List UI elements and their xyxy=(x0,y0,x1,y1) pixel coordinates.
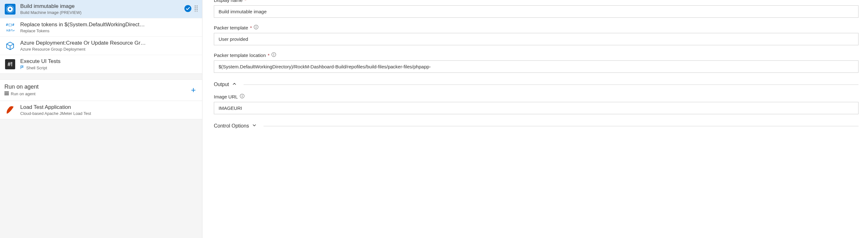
required-indicator: * xyxy=(268,53,270,58)
task-title: Execute UI Tests xyxy=(20,58,198,65)
required-indicator: * xyxy=(250,25,252,30)
field-label-row: Image URL xyxy=(214,94,859,99)
packer-template-input[interactable] xyxy=(214,33,859,45)
svg-point-3 xyxy=(9,8,11,10)
task-text: Replace tokens in $(System.DefaultWorkin… xyxy=(20,22,198,33)
field-packer-template: Packer template * xyxy=(214,25,859,45)
task-subtitle: Cloud-based Apache JMeter Load Test xyxy=(20,111,198,116)
drag-handle-icon[interactable] xyxy=(194,5,198,13)
task-subtitle: Shell Script xyxy=(20,65,198,70)
chevron-up-icon xyxy=(232,82,237,87)
server-icon xyxy=(4,91,9,96)
section-output[interactable]: Output xyxy=(214,82,859,87)
section-title: Control Options xyxy=(214,123,249,129)
task-text: Execute UI Tests Shell Script xyxy=(20,58,198,70)
svg-text:#!: #! xyxy=(8,61,13,67)
svg-rect-18 xyxy=(4,93,9,94)
task-item-build-image[interactable]: Build immutable image Build Machine Imag… xyxy=(0,0,202,18)
add-task-button[interactable]: + xyxy=(189,85,198,95)
section-title: Output xyxy=(214,82,229,87)
task-right xyxy=(184,5,198,13)
cube-icon xyxy=(4,40,16,52)
svg-point-8 xyxy=(197,8,198,8)
svg-rect-17 xyxy=(4,91,9,92)
task-item-replace-tokens[interactable]: #{}#var↵ Replace tokens in $(System.Defa… xyxy=(0,18,202,37)
svg-rect-28 xyxy=(242,96,242,97)
flag-icon xyxy=(20,65,24,70)
packer-icon xyxy=(4,3,16,15)
task-subtitle: Replace Tokens xyxy=(20,28,198,33)
task-title: Load Test Application xyxy=(20,104,198,111)
task-title: Build immutable image xyxy=(20,3,180,9)
task-item-azure-deployment[interactable]: Azure Deployment:Create Or Update Resour… xyxy=(0,37,202,55)
field-packer-template-location: Packer template location * xyxy=(214,52,859,73)
svg-point-21 xyxy=(256,26,256,27)
svg-point-6 xyxy=(197,6,198,7)
section-divider xyxy=(244,85,859,85)
field-label-row: Packer template * xyxy=(214,25,859,30)
agent-header: Run on agent Run on agent + xyxy=(4,84,198,96)
svg-point-9 xyxy=(195,9,196,10)
field-label-row: Packer template location * xyxy=(214,52,859,58)
task-title: Azure Deployment:Create Or Update Resour… xyxy=(20,40,198,46)
field-label: Packer template location xyxy=(214,53,266,58)
task-item-load-test[interactable]: Load Test Application Cloud-based Apache… xyxy=(0,101,202,119)
svg-point-11 xyxy=(195,11,196,12)
svg-point-12 xyxy=(197,11,198,12)
task-title: Replace tokens in $(System.DefaultWorkin… xyxy=(20,22,198,28)
info-icon[interactable] xyxy=(240,94,245,99)
agent-title: Run on agent xyxy=(4,84,39,90)
svg-point-10 xyxy=(197,9,198,10)
jmeter-icon xyxy=(4,105,16,116)
agent-subtitle: Run on agent xyxy=(4,91,39,96)
svg-point-27 xyxy=(242,95,242,96)
task-subtitle-text: Shell Script xyxy=(26,65,47,70)
image-url-input[interactable] xyxy=(214,102,859,114)
field-image-url: Image URL xyxy=(214,94,859,114)
packer-template-location-input[interactable] xyxy=(214,60,859,73)
svg-point-7 xyxy=(195,8,196,8)
right-panel: Display name * Packer template * Packer … xyxy=(203,0,868,238)
task-list: Build immutable image Build Machine Imag… xyxy=(0,0,202,74)
task-text: Build immutable image Build Machine Imag… xyxy=(20,3,180,15)
valid-check-icon xyxy=(184,5,191,13)
task-item-execute-ui-tests[interactable]: #! Execute UI Tests Shell Script xyxy=(0,55,202,73)
info-icon[interactable] xyxy=(271,52,276,58)
field-label: Packer template xyxy=(214,25,248,30)
field-label: Display name xyxy=(214,0,243,3)
svg-point-24 xyxy=(274,54,274,54)
display-name-input[interactable] xyxy=(214,5,859,18)
section-divider xyxy=(264,126,859,126)
load-test-group: Load Test Application Cloud-based Apache… xyxy=(0,101,202,119)
field-label-row: Display name * xyxy=(214,0,859,3)
left-panel: Build immutable image Build Machine Imag… xyxy=(0,0,203,238)
task-subtitle: Azure Resource Group Deployment xyxy=(20,47,198,52)
field-display-name: Display name * xyxy=(214,0,859,18)
svg-point-5 xyxy=(195,6,196,7)
required-indicator: * xyxy=(245,0,246,3)
svg-text:var↵: var↵ xyxy=(6,28,15,32)
svg-text:#{}#: #{}# xyxy=(6,23,14,27)
svg-rect-22 xyxy=(256,27,256,28)
agent-subtitle-text: Run on agent xyxy=(11,91,35,96)
svg-rect-25 xyxy=(274,54,274,56)
task-text: Load Test Application Cloud-based Apache… xyxy=(20,104,198,116)
task-subtitle: Build Machine Image (PREVIEW) xyxy=(20,10,180,15)
info-icon[interactable] xyxy=(254,25,258,30)
svg-rect-19 xyxy=(4,94,9,95)
chevron-down-icon xyxy=(252,123,256,129)
section-control-options[interactable]: Control Options xyxy=(214,123,859,129)
task-text: Azure Deployment:Create Or Update Resour… xyxy=(20,40,198,52)
replace-tokens-icon: #{}#var↵ xyxy=(4,22,16,33)
shell-icon: #! xyxy=(4,59,16,70)
field-label: Image URL xyxy=(214,94,238,99)
agent-section[interactable]: Run on agent Run on agent + xyxy=(0,80,202,101)
